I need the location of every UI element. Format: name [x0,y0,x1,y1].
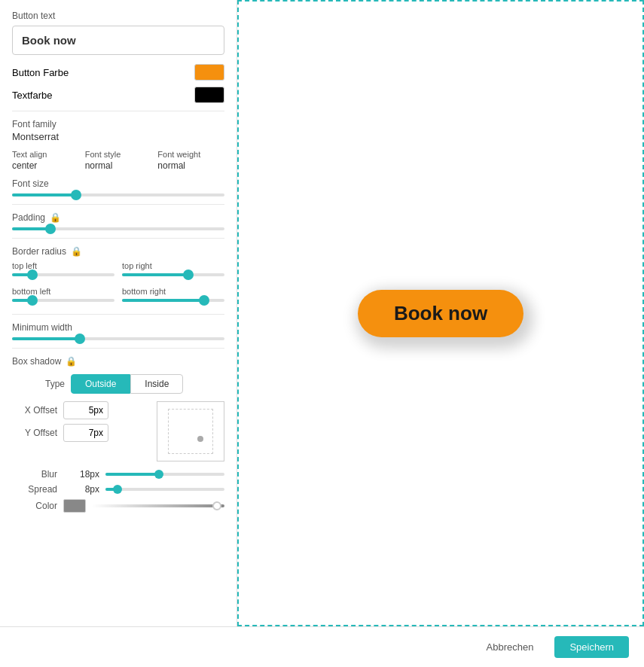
border-radius-top-left-col: top left [12,261,114,281]
font-weight-label: Font weight [157,150,224,159]
font-size-label: Font size [12,178,224,189]
textfarbe-swatch[interactable] [194,87,224,103]
font-size-section: Font size [12,178,224,196]
border-radius-section: Border radius 🔒 top left top right [12,246,224,306]
type-label: Type [12,379,65,389]
min-width-slider-row[interactable] [12,337,224,340]
spread-value: 8px [63,484,99,495]
padding-lock-icon[interactable]: 🔒 [50,212,60,223]
box-shadow-label: Box shadow 🔒 [12,356,224,367]
shadow-color-thumb[interactable] [212,501,221,510]
font-weight-col: Font weight normal [157,150,224,171]
shadow-visual [157,401,224,461]
spread-track[interactable] [105,488,224,491]
padding-slider-row[interactable] [12,227,224,230]
border-radius-label: Border radius 🔒 [12,246,224,257]
font-weight-value: normal [157,160,224,171]
left-panel: Button text Button Farbe Textfarbe Font … [0,0,237,626]
top-right-slider-row[interactable] [122,273,224,276]
blur-value: 18px [63,469,99,480]
shadow-type-buttons: Outside Inside [71,374,183,394]
cancel-button[interactable]: Abbrechen [478,637,543,657]
text-align-value: center [12,160,79,171]
bottom-left-track[interactable] [12,299,114,302]
shadow-color-row: Color [12,499,224,513]
y-offset-row: Y Offset [12,424,145,442]
border-radius-top-right-col: top right [122,261,224,281]
offset-fields: X Offset Y Offset [12,401,145,446]
y-offset-input[interactable] [63,424,108,442]
textfarbe-row: Textfarbe [12,87,224,103]
top-left-slider-row[interactable] [12,273,114,276]
shadow-dot[interactable] [197,436,203,442]
box-shadow-lock-icon[interactable]: 🔒 [66,356,76,367]
font-options-row: Text align center Font style normal Font… [12,150,224,171]
bottom-right-slider-row[interactable] [122,299,224,302]
padding-track[interactable] [12,227,224,230]
min-width-track[interactable] [12,337,224,340]
textfarbe-label: Textfarbe [12,90,52,101]
border-radius-bottom-right-col: bottom right [122,287,224,306]
padding-section: Padding 🔒 [12,212,224,230]
blur-track[interactable] [105,473,224,476]
font-style-label: Font style [85,150,152,159]
preview-book-now-button[interactable]: Book now [358,290,523,337]
top-right-track[interactable] [122,273,224,276]
top-left-track[interactable] [12,273,114,276]
font-style-value: normal [85,160,152,171]
box-shadow-section: Box shadow 🔒 Type Outside Inside X Offse… [12,356,224,513]
footer-bar: Abbrechen Speichern [0,626,644,667]
border-radius-bottom-row: bottom left bottom right [12,287,224,306]
font-size-slider-row[interactable] [12,193,224,196]
text-align-label: Text align [12,150,79,159]
button-farbe-swatch[interactable] [194,64,224,81]
font-size-track[interactable] [12,193,224,196]
shadow-color-track[interactable] [92,504,224,507]
spread-label: Spread [12,484,57,495]
shadow-visual-inner [168,409,213,454]
spread-row: Spread 8px [12,484,224,495]
outside-button[interactable]: Outside [71,374,130,394]
button-text-label: Button text [12,11,224,21]
border-radius-bottom-left-col: bottom left [12,287,114,306]
bottom-right-track[interactable] [122,299,224,302]
top-left-label: top left [12,261,114,270]
x-offset-label: X Offset [12,405,57,416]
min-width-section: Minimum width [12,322,224,340]
font-family-value: Montserrat [12,131,224,142]
min-width-label: Minimum width [12,322,224,333]
y-offset-label: Y Offset [12,428,57,438]
x-offset-row: X Offset [12,401,145,419]
button-farbe-label: Button Farbe [12,67,69,78]
blur-label: Blur [12,469,57,480]
font-family-label: Font family [12,119,224,129]
text-align-col: Text align center [12,150,79,171]
preview-panel: Book now [237,0,644,626]
blur-row: Blur 18px [12,469,224,480]
inside-button[interactable]: Inside [130,374,183,394]
offset-visual-row: X Offset Y Offset [12,401,224,461]
border-radius-top-row: top left top right [12,261,224,281]
bottom-left-label: bottom left [12,287,114,296]
x-offset-input[interactable] [63,401,108,419]
shadow-color-swatch[interactable] [63,499,86,513]
shadow-type-row: Type Outside Inside [12,374,224,394]
top-right-label: top right [122,261,224,270]
button-text-input[interactable] [12,26,224,55]
border-radius-lock-icon[interactable]: 🔒 [71,246,81,257]
bottom-right-label: bottom right [122,287,224,296]
bottom-left-slider-row[interactable] [12,299,114,302]
button-farbe-row: Button Farbe [12,64,224,81]
font-style-col: Font style normal [85,150,152,171]
shadow-color-label: Color [12,501,57,511]
save-button[interactable]: Speichern [554,636,629,658]
padding-label: Padding 🔒 [12,212,224,223]
